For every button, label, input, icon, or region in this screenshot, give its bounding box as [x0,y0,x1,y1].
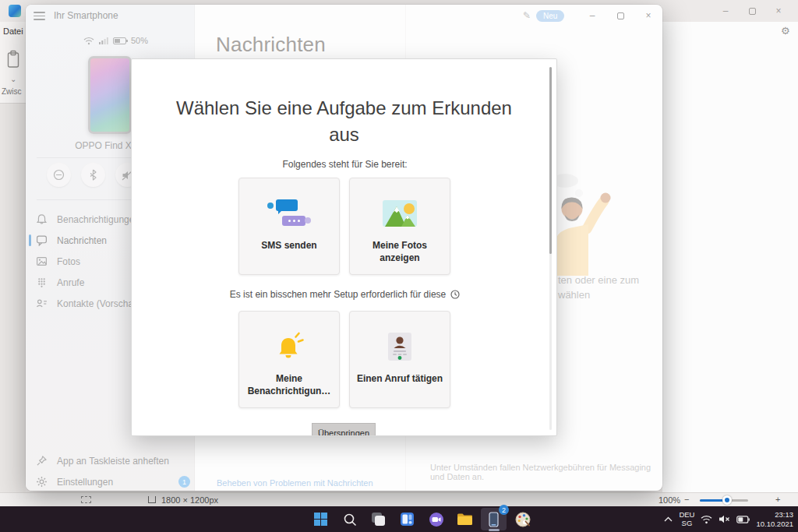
paint-taskbar-button[interactable] [508,506,537,532]
paste-dropdown-chevron-icon[interactable]: ⌄ [10,75,16,83]
card-sms-senden[interactable]: SMS senden [238,178,340,275]
dialog-scrollbar[interactable] [549,67,552,430]
hidden-icons-chevron[interactable] [664,516,673,522]
widgets-button[interactable] [393,506,422,532]
widgets-icon [400,512,415,527]
time: 23:13 [756,510,793,520]
active-indicator [489,529,500,531]
paint-canvas-right: ⚙ [662,22,798,492]
zoom-level: 100% [659,495,680,505]
card-label: Meine Fotos anzeigen [350,239,450,264]
zoom-out-button[interactable]: − [684,495,689,504]
taskbar: 2 DEU SG [0,506,798,532]
folder-icon [457,513,473,526]
zoom-in-button[interactable]: + [775,495,780,504]
zoom-slider-thumb[interactable] [722,495,732,505]
paint-maximize-button[interactable] [739,0,765,22]
chat-camera-icon [429,512,444,527]
card-label: Einen Anruf tätigen [350,372,450,385]
date: 10.10.2021 [756,520,793,529]
paint-file-menu[interactable]: Datei [3,26,23,36]
paint-minimize-button[interactable]: – [712,0,739,22]
setup-heading: Es ist ein bisschen mehr Setup erforderl… [230,289,446,300]
paste-clipboard-icon[interactable] [6,50,20,69]
card-anruf-taetigen[interactable]: Einen Anruf tätigen [349,311,450,408]
task-chooser-dialog: Wählen Sie eine Aufgabe zum Erkunden aus… [131,58,557,436]
clipboard-group-label: Zwisc [2,87,22,96]
notification-bell-icon [273,331,305,362]
search-button[interactable] [335,506,364,532]
paint-canvas-margin [0,104,26,492]
maximize-icon [749,8,756,15]
clock[interactable]: 23:13 10.10.2021 [756,510,793,529]
card-label: Meine Benachrichtigun… [239,372,339,397]
language-indicator[interactable]: DEU SG [679,511,694,528]
image-size-icon [148,496,156,503]
skip-button[interactable]: Überspringen [312,423,376,436]
gear-icon[interactable]: ⚙ [781,25,790,37]
start-button[interactable] [306,506,335,532]
windows-logo-icon [314,513,327,526]
photo-icon [383,200,417,227]
volume-muted-tray-icon[interactable] [719,514,730,524]
paint-statusbar: 1800 × 1200px 100% − + [0,492,798,506]
clock-icon [450,290,460,299]
chat-button[interactable] [422,506,450,532]
paint-app-icon [9,5,21,17]
setup-heading-row: Es ist ein bisschen mehr Setup erforderl… [132,289,557,300]
selection-size-icon [81,496,91,503]
active-app-tile: 2 [481,508,507,530]
scrollbar-thumb[interactable] [549,67,552,254]
image-dimensions: 1800 × 1200px [161,495,218,505]
phone-icon [489,512,499,527]
paint-palette-icon [515,512,531,527]
wifi-tray-icon[interactable] [701,515,712,524]
screen: – × Datei ⌄ Zwisc ⚙ 1800 × 1200px [0,0,798,532]
card-meine-fotos[interactable]: Meine Fotos anzeigen [349,178,450,275]
your-phone-window: Ihr Smartphone 50% OPPO Find X3 P [26,5,662,491]
your-phone-taskbar-button[interactable]: 2 [479,506,508,532]
ready-heading: Folgendes steht für Sie bereit: [132,159,557,170]
paint-ribbon: Datei ⌄ Zwisc [0,22,26,103]
contact-card-icon [387,331,412,362]
card-label: SMS senden [239,239,339,252]
card-benachrichtigungen[interactable]: Meine Benachrichtigun… [238,311,340,408]
zoom-slider[interactable] [700,499,748,502]
task-view-icon [371,512,386,527]
task-view-button[interactable] [364,506,393,532]
sms-icon [267,199,311,227]
battery-tray-icon[interactable] [736,516,750,523]
paint-close-button[interactable]: × [765,0,792,22]
file-explorer-button[interactable] [450,506,479,532]
search-icon [343,513,357,527]
dialog-title: Wählen Sie eine Aufgabe zum Erkunden aus [161,95,528,147]
